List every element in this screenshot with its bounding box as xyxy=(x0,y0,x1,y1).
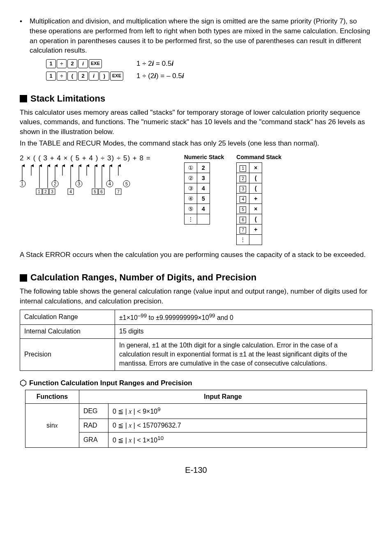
table-row: Calculation Range±1×10–99 to ±9.99999999… xyxy=(20,310,372,325)
svg-text:5: 5 xyxy=(125,181,128,186)
table-row: ⋮ xyxy=(184,214,210,224)
svg-text:7: 7 xyxy=(117,190,120,194)
svg-text:2: 2 xyxy=(44,190,47,194)
svg-marker-37 xyxy=(21,380,26,386)
stack-para-1: This calculator uses memory areas called… xyxy=(20,108,372,137)
table-row: ③4 xyxy=(184,183,210,194)
calc-key: ÷ xyxy=(57,59,67,68)
numeric-stack-table: ①2②3③4④5⑤4⋮ xyxy=(184,162,210,224)
calc-key: i xyxy=(89,72,99,81)
stack-section: 2 × ( ( 3 + 4 × ( 5 + 4 ) ÷ 3) ÷ 5) + 8 … xyxy=(20,153,372,245)
calc-key: EXE xyxy=(110,72,123,81)
ranges-intro: The following table shows the general ca… xyxy=(20,287,372,306)
command-stack-table: 1×2(3(4+5×6(7+⋮ xyxy=(236,162,262,245)
stack-diagram: 2 × ( ( 3 + 4 × ( 5 + 4 ) ÷ 3) ÷ 5) + 8 … xyxy=(20,153,168,196)
stack-error-text: A Stack ERROR occurs when the calculatio… xyxy=(20,250,372,260)
hex-icon xyxy=(20,379,27,386)
svg-text:1: 1 xyxy=(38,190,40,194)
calc-key: 1 xyxy=(46,72,56,81)
key-sequence: 1÷(2i)EXE xyxy=(46,72,136,81)
intro-bullet: • Multiplication and division, and multi… xyxy=(20,16,372,56)
func-th-functions: Functions xyxy=(25,390,79,403)
command-stack-col: Command Stack 1×2(3(4+5×6(7+⋮ xyxy=(236,153,281,245)
numeric-stack-col: Numeric Stack ①2②3③4④5⑤4⋮ xyxy=(184,153,224,245)
calc-key: i xyxy=(78,59,88,68)
table-row: 5× xyxy=(237,204,262,214)
page-number: E-130 xyxy=(20,464,372,476)
bullet-dot-icon: • xyxy=(20,16,30,56)
table-row: 3( xyxy=(237,183,262,194)
table-row: Internal Calculation15 digits xyxy=(20,325,372,338)
stack-arrows-icon: 1 2 3 4 5 1 2 3 4 5 6 7 xyxy=(20,163,168,196)
calc-key: EXE xyxy=(89,59,102,68)
table-row: sinxDEG0 ≦ | x | < 9×109 xyxy=(25,404,367,419)
func-table: Functions Input Range sinxDEG0 ≦ | x | <… xyxy=(25,390,367,448)
numeric-stack-title: Numeric Stack xyxy=(184,153,224,162)
table-row: 6( xyxy=(237,214,262,224)
func-subheading: Function Calculation Input Ranges and Pr… xyxy=(20,378,372,388)
key-sequence: 1÷2iEXE xyxy=(46,59,136,68)
ranges-heading: Calculation Ranges, Number of Digits, an… xyxy=(20,271,372,284)
table-row: ④5 xyxy=(184,194,210,204)
table-row: PrecisionIn general, ±1 at the 10th digi… xyxy=(20,338,372,370)
table-row: ⑤4 xyxy=(184,204,210,214)
stack-expression: 2 × ( ( 3 + 4 × ( 5 + 4 ) ÷ 3) ÷ 5) + 8 … xyxy=(20,153,168,163)
svg-text:3: 3 xyxy=(51,190,53,194)
svg-text:3: 3 xyxy=(78,181,80,186)
stack-tables: Numeric Stack ①2②3③4④5⑤4⋮ Command Stack … xyxy=(184,153,281,245)
stack-para-2: In the TABLE and RECUR Modes, the comman… xyxy=(20,139,372,148)
svg-text:5: 5 xyxy=(94,190,96,194)
svg-text:1: 1 xyxy=(21,181,23,186)
calc-key: ( xyxy=(67,72,77,81)
table-row: ②3 xyxy=(184,173,210,183)
calc-key: 2 xyxy=(67,59,77,68)
svg-text:6: 6 xyxy=(100,190,103,194)
svg-text:4: 4 xyxy=(108,181,111,186)
table-row: 7+ xyxy=(237,224,262,235)
key-result: 1 ÷ 2i = 0.5i xyxy=(136,59,173,69)
table-row: ①2 xyxy=(184,163,210,173)
key-example-row: 1÷2iEXE1 ÷ 2i = 0.5i xyxy=(46,59,372,69)
range-table: Calculation Range±1×10–99 to ±9.99999999… xyxy=(20,310,372,371)
table-row: 2( xyxy=(237,173,262,183)
calc-key: 2 xyxy=(78,72,88,81)
key-example-row: 1÷(2i)EXE1 ÷ (2i) = – 0.5i xyxy=(46,71,372,81)
intro-text: Multiplication and division, and multipl… xyxy=(30,16,372,56)
command-stack-title: Command Stack xyxy=(236,153,281,162)
svg-text:2: 2 xyxy=(54,181,56,186)
table-row: 1× xyxy=(237,163,262,173)
calc-key: ÷ xyxy=(57,72,67,81)
func-th-range: Input Range xyxy=(79,390,367,403)
calc-key: ) xyxy=(99,72,109,81)
table-row: ⋮ xyxy=(237,235,262,245)
key-result: 1 ÷ (2i) = – 0.5i xyxy=(136,71,184,81)
table-row: 4+ xyxy=(237,194,262,204)
stack-heading: Stack Limitations xyxy=(20,93,372,105)
svg-text:4: 4 xyxy=(69,190,72,194)
calc-key: 1 xyxy=(46,59,56,68)
